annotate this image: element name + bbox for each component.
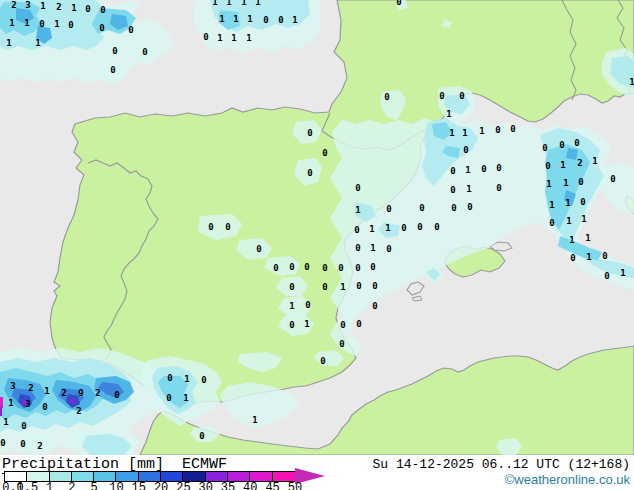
color-scale-segment [206,472,228,481]
color-scale-tick: 40 [243,481,257,490]
color-scale-segment [50,472,72,481]
color-scale-tick: 50 [288,481,302,490]
color-scale-segment [183,472,205,481]
color-scale-tick: 5 [91,481,98,490]
color-scale-segment [139,472,161,481]
color-scale-segment [27,472,49,481]
weather-map-screenshot: 2312100110100011000111111100101110000111… [0,0,634,490]
color-scale-tick: 0.5 [16,481,38,490]
color-scale-segment [116,472,138,481]
precipitation-map: 2312100110100011000111111100101110000111… [0,0,634,455]
color-scale-tick: 20 [154,481,168,490]
color-scale-tick: 30 [198,481,212,490]
color-scale-tick: 10 [109,481,123,490]
color-scale-tick: 45 [265,481,279,490]
copyright-watermark: ©weatheronline.co.uk [505,472,630,487]
color-scale-segment [161,472,183,481]
color-scale-segment [228,472,250,481]
color-scale-tick: 35 [221,481,235,490]
color-scale-tick: 15 [132,481,146,490]
color-scale-tick: 25 [176,481,190,490]
color-scale-segment [94,472,116,481]
color-scale-segment [5,472,27,481]
color-scale-segment [72,472,94,481]
color-scale-ticks: 0.10.5125101520253035404550 [4,481,324,490]
color-scale-segment [250,472,272,481]
map-canvas [0,0,634,455]
legend-bar-area: Precipitation [mm] ECMWF 0.10.5125101520… [0,455,634,490]
color-scale-tick: 2 [68,481,75,490]
color-scale-tick: 1 [46,481,53,490]
valid-datetime: Su 14-12-2025 06..12 UTC (12+168) [373,457,630,472]
color-scale-segment [273,472,295,481]
